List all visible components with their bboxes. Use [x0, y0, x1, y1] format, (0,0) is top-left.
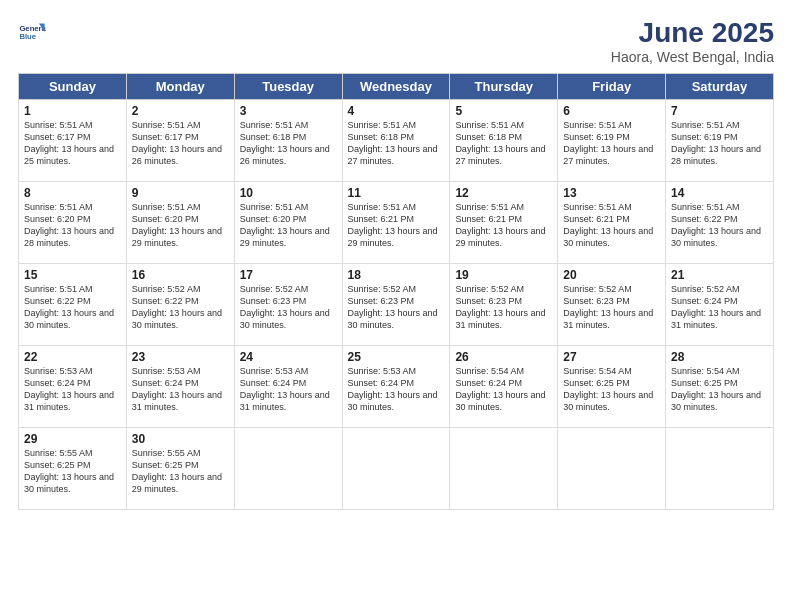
calendar-cell: 23Sunrise: 5:53 AMSunset: 6:24 PMDayligh… [126, 345, 234, 427]
day-number: 17 [240, 268, 337, 282]
day-number: 23 [132, 350, 229, 364]
day-info: Sunrise: 5:54 AMSunset: 6:25 PMDaylight:… [671, 365, 768, 414]
day-number: 18 [348, 268, 445, 282]
week-row-2: 15Sunrise: 5:51 AMSunset: 6:22 PMDayligh… [19, 263, 774, 345]
day-info: Sunrise: 5:53 AMSunset: 6:24 PMDaylight:… [240, 365, 337, 414]
day-number: 9 [132, 186, 229, 200]
calendar-cell [342, 427, 450, 509]
main-title: June 2025 [611, 18, 774, 49]
day-number: 24 [240, 350, 337, 364]
th-tuesday: Tuesday [234, 73, 342, 99]
calendar-table: Sunday Monday Tuesday Wednesday Thursday… [18, 73, 774, 510]
day-info: Sunrise: 5:51 AMSunset: 6:17 PMDaylight:… [132, 119, 229, 168]
day-info: Sunrise: 5:51 AMSunset: 6:21 PMDaylight:… [563, 201, 660, 250]
calendar-cell [450, 427, 558, 509]
day-info: Sunrise: 5:51 AMSunset: 6:18 PMDaylight:… [240, 119, 337, 168]
page: General Blue June 2025 Haora, West Benga… [0, 0, 792, 612]
header-row: Sunday Monday Tuesday Wednesday Thursday… [19, 73, 774, 99]
calendar-cell: 4Sunrise: 5:51 AMSunset: 6:18 PMDaylight… [342, 99, 450, 181]
th-sunday: Sunday [19, 73, 127, 99]
day-number: 30 [132, 432, 229, 446]
logo-icon: General Blue [18, 18, 46, 46]
calendar-cell: 20Sunrise: 5:52 AMSunset: 6:23 PMDayligh… [558, 263, 666, 345]
day-info: Sunrise: 5:51 AMSunset: 6:22 PMDaylight:… [24, 283, 121, 332]
day-info: Sunrise: 5:52 AMSunset: 6:22 PMDaylight:… [132, 283, 229, 332]
th-thursday: Thursday [450, 73, 558, 99]
day-info: Sunrise: 5:55 AMSunset: 6:25 PMDaylight:… [24, 447, 121, 496]
day-info: Sunrise: 5:54 AMSunset: 6:24 PMDaylight:… [455, 365, 552, 414]
calendar-cell: 7Sunrise: 5:51 AMSunset: 6:19 PMDaylight… [666, 99, 774, 181]
th-monday: Monday [126, 73, 234, 99]
calendar-cell: 21Sunrise: 5:52 AMSunset: 6:24 PMDayligh… [666, 263, 774, 345]
th-friday: Friday [558, 73, 666, 99]
calendar-cell [558, 427, 666, 509]
header: General Blue June 2025 Haora, West Benga… [18, 18, 774, 65]
day-number: 5 [455, 104, 552, 118]
calendar-cell: 10Sunrise: 5:51 AMSunset: 6:20 PMDayligh… [234, 181, 342, 263]
day-info: Sunrise: 5:51 AMSunset: 6:19 PMDaylight:… [671, 119, 768, 168]
calendar-cell: 5Sunrise: 5:51 AMSunset: 6:18 PMDaylight… [450, 99, 558, 181]
logo: General Blue [18, 18, 50, 46]
day-number: 12 [455, 186, 552, 200]
calendar-cell: 24Sunrise: 5:53 AMSunset: 6:24 PMDayligh… [234, 345, 342, 427]
subtitle: Haora, West Bengal, India [611, 49, 774, 65]
day-info: Sunrise: 5:52 AMSunset: 6:23 PMDaylight:… [563, 283, 660, 332]
week-row-3: 22Sunrise: 5:53 AMSunset: 6:24 PMDayligh… [19, 345, 774, 427]
day-info: Sunrise: 5:55 AMSunset: 6:25 PMDaylight:… [132, 447, 229, 496]
day-number: 16 [132, 268, 229, 282]
calendar-cell: 26Sunrise: 5:54 AMSunset: 6:24 PMDayligh… [450, 345, 558, 427]
calendar-cell: 2Sunrise: 5:51 AMSunset: 6:17 PMDaylight… [126, 99, 234, 181]
calendar-cell: 25Sunrise: 5:53 AMSunset: 6:24 PMDayligh… [342, 345, 450, 427]
day-info: Sunrise: 5:52 AMSunset: 6:23 PMDaylight:… [455, 283, 552, 332]
day-number: 10 [240, 186, 337, 200]
day-number: 20 [563, 268, 660, 282]
calendar-cell: 18Sunrise: 5:52 AMSunset: 6:23 PMDayligh… [342, 263, 450, 345]
day-info: Sunrise: 5:52 AMSunset: 6:23 PMDaylight:… [348, 283, 445, 332]
day-info: Sunrise: 5:52 AMSunset: 6:23 PMDaylight:… [240, 283, 337, 332]
day-info: Sunrise: 5:53 AMSunset: 6:24 PMDaylight:… [24, 365, 121, 414]
calendar-cell: 19Sunrise: 5:52 AMSunset: 6:23 PMDayligh… [450, 263, 558, 345]
day-number: 26 [455, 350, 552, 364]
day-info: Sunrise: 5:51 AMSunset: 6:21 PMDaylight:… [455, 201, 552, 250]
calendar-cell: 22Sunrise: 5:53 AMSunset: 6:24 PMDayligh… [19, 345, 127, 427]
calendar-cell: 3Sunrise: 5:51 AMSunset: 6:18 PMDaylight… [234, 99, 342, 181]
calendar-cell: 16Sunrise: 5:52 AMSunset: 6:22 PMDayligh… [126, 263, 234, 345]
day-info: Sunrise: 5:51 AMSunset: 6:17 PMDaylight:… [24, 119, 121, 168]
calendar-cell: 1Sunrise: 5:51 AMSunset: 6:17 PMDaylight… [19, 99, 127, 181]
calendar-cell: 6Sunrise: 5:51 AMSunset: 6:19 PMDaylight… [558, 99, 666, 181]
calendar-cell: 17Sunrise: 5:52 AMSunset: 6:23 PMDayligh… [234, 263, 342, 345]
week-row-1: 8Sunrise: 5:51 AMSunset: 6:20 PMDaylight… [19, 181, 774, 263]
day-number: 6 [563, 104, 660, 118]
day-number: 19 [455, 268, 552, 282]
calendar-cell: 13Sunrise: 5:51 AMSunset: 6:21 PMDayligh… [558, 181, 666, 263]
calendar-cell: 11Sunrise: 5:51 AMSunset: 6:21 PMDayligh… [342, 181, 450, 263]
day-info: Sunrise: 5:51 AMSunset: 6:22 PMDaylight:… [671, 201, 768, 250]
day-number: 1 [24, 104, 121, 118]
day-info: Sunrise: 5:51 AMSunset: 6:20 PMDaylight:… [24, 201, 121, 250]
day-number: 28 [671, 350, 768, 364]
day-number: 7 [671, 104, 768, 118]
calendar-cell: 15Sunrise: 5:51 AMSunset: 6:22 PMDayligh… [19, 263, 127, 345]
calendar-cell: 12Sunrise: 5:51 AMSunset: 6:21 PMDayligh… [450, 181, 558, 263]
day-info: Sunrise: 5:51 AMSunset: 6:20 PMDaylight:… [240, 201, 337, 250]
week-row-4: 29Sunrise: 5:55 AMSunset: 6:25 PMDayligh… [19, 427, 774, 509]
day-number: 29 [24, 432, 121, 446]
th-saturday: Saturday [666, 73, 774, 99]
day-number: 3 [240, 104, 337, 118]
title-block: June 2025 Haora, West Bengal, India [611, 18, 774, 65]
day-info: Sunrise: 5:54 AMSunset: 6:25 PMDaylight:… [563, 365, 660, 414]
day-info: Sunrise: 5:52 AMSunset: 6:24 PMDaylight:… [671, 283, 768, 332]
day-info: Sunrise: 5:51 AMSunset: 6:18 PMDaylight:… [455, 119, 552, 168]
day-number: 11 [348, 186, 445, 200]
day-number: 25 [348, 350, 445, 364]
calendar-cell: 8Sunrise: 5:51 AMSunset: 6:20 PMDaylight… [19, 181, 127, 263]
th-wednesday: Wednesday [342, 73, 450, 99]
day-number: 2 [132, 104, 229, 118]
calendar-cell: 9Sunrise: 5:51 AMSunset: 6:20 PMDaylight… [126, 181, 234, 263]
day-number: 27 [563, 350, 660, 364]
calendar-cell: 27Sunrise: 5:54 AMSunset: 6:25 PMDayligh… [558, 345, 666, 427]
calendar-cell: 14Sunrise: 5:51 AMSunset: 6:22 PMDayligh… [666, 181, 774, 263]
day-number: 22 [24, 350, 121, 364]
day-number: 4 [348, 104, 445, 118]
day-info: Sunrise: 5:51 AMSunset: 6:21 PMDaylight:… [348, 201, 445, 250]
